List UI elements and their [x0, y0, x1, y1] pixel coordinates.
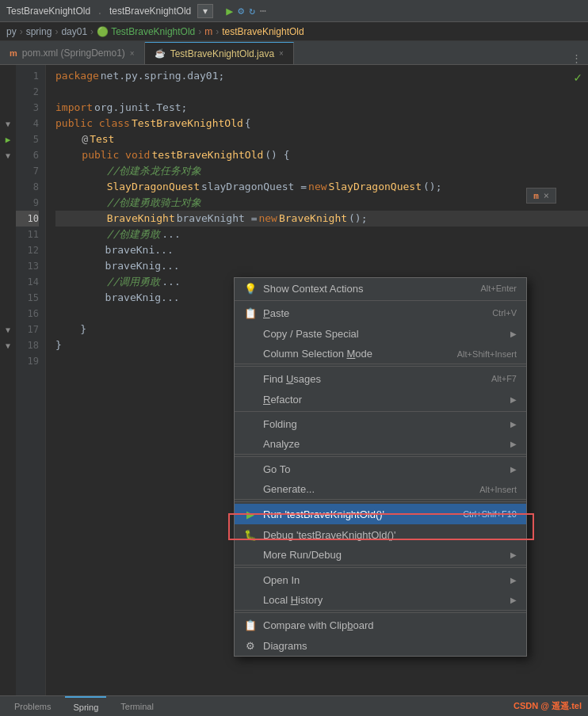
- menu-item-run[interactable]: ▶ Run 'testBraveKnightOld()' Ctrl+Shif+F…: [235, 504, 526, 524]
- gutter-line-6[interactable]: ▼: [0, 147, 16, 163]
- breadcrumb-class[interactable]: 🟢 TestBraveKnightOld: [97, 26, 195, 37]
- context-menu: 💡 Show Context Actions Alt+Enter 📋 Paste…: [234, 277, 527, 657]
- title-separator: .: [97, 5, 103, 17]
- open-in-arrow: ▶: [510, 576, 517, 585]
- menu-label-goto: Go To: [263, 463, 290, 475]
- menu-item-paste[interactable]: 📋 Paste Ctrl+V: [235, 303, 526, 323]
- menu-item-debug[interactable]: 🐛 Debug 'testBraveKnightOld()': [235, 524, 526, 545]
- code-line-1: package net.py.spring.day01;: [55, 68, 588, 84]
- menu-item-go-to[interactable]: Go To ▶: [235, 459, 526, 479]
- gutter-line-4[interactable]: ▼: [0, 116, 16, 131]
- status-right: CSDN @ 遥遥.tel: [514, 700, 582, 712]
- gutter-line-18[interactable]: ▼: [0, 337, 16, 353]
- line-num-19: 19: [16, 353, 39, 369]
- menu-label-run: Run 'testBraveKnightOld()': [263, 508, 384, 520]
- line-num-16: 16: [16, 306, 39, 322]
- menu-shortcut-generate: Alt+Insert: [479, 485, 517, 494]
- goto-arrow: ▶: [510, 465, 517, 474]
- status-tab-problems[interactable]: Problems: [6, 696, 59, 717]
- menu-item-open-in[interactable]: Open In ▶: [235, 569, 526, 590]
- breadcrumb-method[interactable]: testBraveKnightOld: [222, 26, 304, 37]
- status-tab-terminal[interactable]: Terminal: [113, 696, 162, 717]
- line-num-12: 12: [16, 242, 39, 258]
- gutter: ▼ ▶ ▼ ▼ ▼: [0, 65, 16, 695]
- line-num-14: 14: [16, 274, 39, 290]
- inline-close-button[interactable]: ×: [544, 190, 549, 201]
- menu-label-folding: Folding: [263, 418, 297, 430]
- more-run-arrow: ▶: [510, 550, 517, 559]
- menu-item-local-history[interactable]: Local History ▶: [235, 590, 526, 611]
- menu-label-find-usages: Find Usages: [263, 373, 321, 385]
- breadcrumb: py › spring › day01 › 🟢 TestBraveKnightO…: [0, 22, 588, 41]
- line-num-8: 8: [16, 179, 39, 195]
- menu-label-debug: Debug 'testBraveKnightOld()': [263, 529, 396, 541]
- menu-item-generate[interactable]: Generate... Alt+Insert: [235, 479, 526, 500]
- menu-item-column-selection[interactable]: Column Selection Mode Alt+Shift+Insert: [235, 344, 526, 364]
- code-line-5: @Test: [55, 131, 588, 147]
- csdn-badge: CSDN @ 遥遥.tel: [514, 700, 582, 712]
- build-button[interactable]: ⚙: [238, 5, 244, 17]
- breadcrumb-day01[interactable]: day01: [61, 26, 87, 37]
- menu-label-analyze: Analyze: [263, 438, 300, 450]
- menu-sep-1: [235, 300, 526, 301]
- menu-sep-7: [235, 612, 526, 613]
- gutter-line-12: [0, 242, 16, 258]
- gutter-line-17[interactable]: ▼: [0, 322, 16, 337]
- gutter-line-14: [0, 274, 16, 290]
- title-bar: TestBraveKnightOld . testBraveKnightOld …: [0, 0, 588, 22]
- run-test-icon[interactable]: ▶: [6, 135, 11, 145]
- line-num-15: 15: [16, 290, 39, 306]
- sync-button[interactable]: ↻: [249, 5, 255, 17]
- gutter-line-5[interactable]: ▶: [0, 131, 16, 147]
- menu-item-more-run-debug[interactable]: More Run/Debug ▶: [235, 545, 526, 566]
- tab-testbraveknight[interactable]: ☕ TestBraveKnightOld.java ×: [145, 42, 294, 64]
- menu-item-folding[interactable]: Folding ▶: [235, 413, 526, 434]
- code-line-11: //创建勇敢...: [55, 227, 588, 242]
- tab-pom-xml[interactable]: m pom.xml (SpringDemo1) ×: [0, 42, 145, 64]
- menu-label-copy-paste: Copy / Paste Special: [263, 328, 359, 340]
- code-line-10: BraveKnight braveKnight = new BraveKnigh…: [55, 211, 588, 227]
- fold-method-icon[interactable]: ▼: [6, 151, 10, 160]
- menu-label-diagrams: Diagrams: [263, 640, 307, 652]
- fold-end-icon[interactable]: ▼: [6, 341, 10, 350]
- breadcrumb-sep2: ›: [55, 26, 58, 37]
- line-num-7: 7: [16, 163, 39, 179]
- menu-item-refactor[interactable]: Refactor ▶: [235, 389, 526, 409]
- menu-item-analyze[interactable]: Analyze ▶: [235, 434, 526, 455]
- line-num-10: 10: [16, 211, 39, 227]
- menu-item-find-usages[interactable]: Find Usages Alt+F7: [235, 368, 526, 389]
- line-num-4: 4: [16, 116, 39, 131]
- gutter-line-8: [0, 179, 16, 195]
- status-tab-spring[interactable]: Spring: [65, 696, 106, 717]
- breadcrumb-spring[interactable]: spring: [26, 26, 52, 37]
- analyze-arrow: ▶: [510, 440, 517, 448]
- line-num-9: 9: [16, 195, 39, 211]
- more-button[interactable]: ⋯: [260, 5, 266, 17]
- menu-item-show-context-actions[interactable]: 💡 Show Context Actions Alt+Enter: [235, 278, 526, 299]
- breadcrumb-m[interactable]: m: [204, 26, 212, 37]
- gutter-line-1: [0, 68, 16, 84]
- menu-sep-6: [235, 567, 526, 568]
- menu-label-compare: Compare with Clipboard: [263, 619, 373, 631]
- line-num-6: 6: [16, 147, 39, 163]
- gutter-line-11: [0, 227, 16, 242]
- line-num-5: 5: [16, 131, 39, 147]
- tabs-more-button[interactable]: ⋮: [565, 52, 588, 64]
- run-button[interactable]: ▶: [226, 4, 233, 18]
- menu-item-diagrams[interactable]: ⚙ Diagrams: [235, 635, 526, 656]
- menu-label-open-in: Open In: [263, 574, 300, 586]
- menu-label-show-context: Show Context Actions: [263, 283, 363, 295]
- gutter-line-7: [0, 163, 16, 179]
- tab-test-close[interactable]: ×: [279, 49, 284, 58]
- fold-class-icon[interactable]: ▼: [6, 120, 10, 128]
- breadcrumb-sep5: ›: [216, 26, 219, 37]
- run-config-dropdown[interactable]: ▾: [197, 4, 213, 18]
- tab-pom-close[interactable]: ×: [130, 49, 135, 58]
- menu-item-copy-paste-special[interactable]: Copy / Paste Special ▶: [235, 323, 526, 344]
- fold-close-icon[interactable]: ▼: [6, 326, 10, 334]
- diagrams-icon: ⚙: [244, 640, 257, 652]
- breadcrumb-py[interactable]: py: [6, 26, 17, 37]
- gutter-line-15: [0, 290, 16, 306]
- status-spring-label: Spring: [73, 703, 98, 712]
- menu-item-compare-clipboard[interactable]: 📋 Compare with Clipboard: [235, 615, 526, 635]
